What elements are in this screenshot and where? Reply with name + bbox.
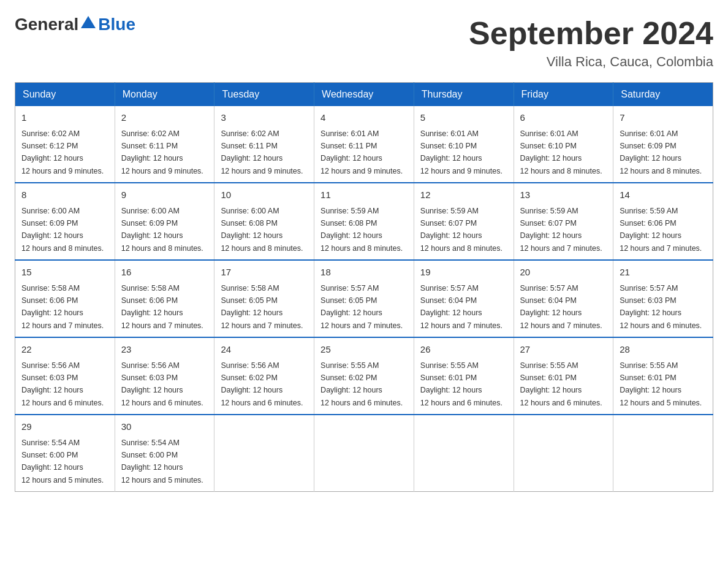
calendar-cell: 26 Sunrise: 5:55 AMSunset: 6:01 PMDaylig…	[414, 337, 514, 415]
day-info: Sunrise: 5:59 AMSunset: 6:07 PMDaylight:…	[420, 207, 502, 253]
calendar-subtitle: Villa Rica, Cauca, Colombia	[469, 54, 713, 70]
day-number: 24	[221, 343, 308, 357]
page-header: General Blue September 2024 Villa Rica, …	[15, 15, 713, 70]
column-header-tuesday: Tuesday	[214, 83, 314, 107]
day-info: Sunrise: 5:58 AMSunset: 6:06 PMDaylight:…	[21, 284, 104, 330]
week-row-4: 22 Sunrise: 5:56 AMSunset: 6:03 PMDaylig…	[15, 337, 713, 415]
day-number: 25	[320, 343, 408, 357]
day-info: Sunrise: 5:57 AMSunset: 6:04 PMDaylight:…	[420, 284, 502, 330]
logo-blue-text: Blue	[98, 15, 135, 34]
day-number: 26	[420, 343, 507, 357]
calendar-cell: 12 Sunrise: 5:59 AMSunset: 6:07 PMDaylig…	[414, 183, 514, 260]
calendar-cell: 17 Sunrise: 5:58 AMSunset: 6:05 PMDaylig…	[214, 260, 314, 337]
day-number: 20	[520, 266, 607, 280]
day-number: 2	[121, 111, 208, 125]
day-info: Sunrise: 5:55 AMSunset: 6:01 PMDaylight:…	[620, 361, 702, 407]
calendar-cell: 14 Sunrise: 5:59 AMSunset: 6:06 PMDaylig…	[613, 183, 713, 260]
day-number: 12	[420, 188, 507, 202]
calendar-cell: 25 Sunrise: 5:55 AMSunset: 6:02 PMDaylig…	[314, 337, 414, 415]
calendar-table: SundayMondayTuesdayWednesdayThursdayFrid…	[15, 82, 713, 492]
day-number: 4	[320, 111, 408, 125]
day-info: Sunrise: 5:55 AMSunset: 6:01 PMDaylight:…	[520, 361, 602, 407]
calendar-cell: 27 Sunrise: 5:55 AMSunset: 6:01 PMDaylig…	[514, 337, 613, 415]
calendar-cell: 15 Sunrise: 5:58 AMSunset: 6:06 PMDaylig…	[15, 260, 115, 337]
calendar-cell: 13 Sunrise: 5:59 AMSunset: 6:07 PMDaylig…	[514, 183, 613, 260]
day-info: Sunrise: 5:55 AMSunset: 6:01 PMDaylight:…	[420, 361, 502, 407]
day-number: 9	[121, 188, 208, 202]
day-info: Sunrise: 6:00 AMSunset: 6:09 PMDaylight:…	[121, 207, 203, 253]
calendar-cell: 23 Sunrise: 5:56 AMSunset: 6:03 PMDaylig…	[115, 337, 214, 415]
day-info: Sunrise: 6:02 AMSunset: 6:11 PMDaylight:…	[121, 129, 203, 175]
day-number: 29	[21, 420, 108, 434]
logo: General Blue	[15, 15, 135, 34]
day-number: 27	[520, 343, 607, 357]
week-row-3: 15 Sunrise: 5:58 AMSunset: 6:06 PMDaylig…	[15, 260, 713, 337]
day-info: Sunrise: 6:01 AMSunset: 6:10 PMDaylight:…	[420, 129, 502, 175]
calendar-cell: 6 Sunrise: 6:01 AMSunset: 6:10 PMDayligh…	[514, 106, 613, 183]
day-info: Sunrise: 5:59 AMSunset: 6:07 PMDaylight:…	[520, 207, 602, 253]
day-info: Sunrise: 5:57 AMSunset: 6:04 PMDaylight:…	[520, 284, 602, 330]
day-number: 1	[21, 111, 108, 125]
day-number: 16	[121, 266, 208, 280]
calendar-cell: 10 Sunrise: 6:00 AMSunset: 6:08 PMDaylig…	[214, 183, 314, 260]
day-number: 19	[420, 266, 507, 280]
calendar-cell	[214, 415, 314, 492]
day-info: Sunrise: 5:54 AMSunset: 6:00 PMDaylight:…	[121, 439, 203, 484]
calendar-cell: 11 Sunrise: 5:59 AMSunset: 6:08 PMDaylig…	[314, 183, 414, 260]
title-section: September 2024 Villa Rica, Cauca, Colomb…	[469, 15, 713, 70]
week-row-1: 1 Sunrise: 6:02 AMSunset: 6:12 PMDayligh…	[15, 106, 713, 183]
day-info: Sunrise: 6:01 AMSunset: 6:11 PMDaylight:…	[320, 129, 403, 175]
column-header-monday: Monday	[115, 83, 214, 107]
header-row: SundayMondayTuesdayWednesdayThursdayFrid…	[15, 83, 713, 107]
day-number: 8	[21, 188, 108, 202]
day-info: Sunrise: 5:59 AMSunset: 6:06 PMDaylight:…	[620, 207, 702, 253]
calendar-cell: 22 Sunrise: 5:56 AMSunset: 6:03 PMDaylig…	[15, 337, 115, 415]
calendar-cell: 3 Sunrise: 6:02 AMSunset: 6:11 PMDayligh…	[214, 106, 314, 183]
day-number: 5	[420, 111, 507, 125]
day-info: Sunrise: 5:56 AMSunset: 6:03 PMDaylight:…	[121, 361, 203, 407]
calendar-cell: 24 Sunrise: 5:56 AMSunset: 6:02 PMDaylig…	[214, 337, 314, 415]
day-number: 7	[620, 111, 707, 125]
calendar-cell	[613, 415, 713, 492]
calendar-cell	[414, 415, 514, 492]
calendar-cell: 8 Sunrise: 6:00 AMSunset: 6:09 PMDayligh…	[15, 183, 115, 260]
day-number: 3	[221, 111, 308, 125]
day-info: Sunrise: 5:54 AMSunset: 6:00 PMDaylight:…	[21, 439, 104, 484]
column-header-saturday: Saturday	[613, 83, 713, 107]
column-header-friday: Friday	[514, 83, 613, 107]
calendar-cell	[314, 415, 414, 492]
day-info: Sunrise: 5:58 AMSunset: 6:05 PMDaylight:…	[221, 284, 303, 330]
calendar-cell: 18 Sunrise: 5:57 AMSunset: 6:05 PMDaylig…	[314, 260, 414, 337]
day-info: Sunrise: 5:56 AMSunset: 6:02 PMDaylight:…	[221, 361, 303, 407]
calendar-cell: 5 Sunrise: 6:01 AMSunset: 6:10 PMDayligh…	[414, 106, 514, 183]
calendar-cell: 9 Sunrise: 6:00 AMSunset: 6:09 PMDayligh…	[115, 183, 214, 260]
day-info: Sunrise: 5:56 AMSunset: 6:03 PMDaylight:…	[21, 361, 104, 407]
calendar-cell: 28 Sunrise: 5:55 AMSunset: 6:01 PMDaylig…	[613, 337, 713, 415]
week-row-5: 29 Sunrise: 5:54 AMSunset: 6:00 PMDaylig…	[15, 415, 713, 492]
calendar-cell: 30 Sunrise: 5:54 AMSunset: 6:00 PMDaylig…	[115, 415, 214, 492]
column-header-wednesday: Wednesday	[314, 83, 414, 107]
calendar-cell: 21 Sunrise: 5:57 AMSunset: 6:03 PMDaylig…	[613, 260, 713, 337]
day-number: 11	[320, 188, 408, 202]
calendar-cell: 16 Sunrise: 5:58 AMSunset: 6:06 PMDaylig…	[115, 260, 214, 337]
column-header-sunday: Sunday	[15, 83, 115, 107]
calendar-cell: 1 Sunrise: 6:02 AMSunset: 6:12 PMDayligh…	[15, 106, 115, 183]
day-info: Sunrise: 6:00 AMSunset: 6:09 PMDaylight:…	[21, 207, 104, 253]
day-info: Sunrise: 5:58 AMSunset: 6:06 PMDaylight:…	[121, 284, 203, 330]
day-number: 14	[620, 188, 707, 202]
day-info: Sunrise: 5:57 AMSunset: 6:05 PMDaylight:…	[320, 284, 403, 330]
calendar-cell: 4 Sunrise: 6:01 AMSunset: 6:11 PMDayligh…	[314, 106, 414, 183]
day-number: 30	[121, 420, 208, 434]
day-number: 22	[21, 343, 108, 357]
day-info: Sunrise: 5:59 AMSunset: 6:08 PMDaylight:…	[320, 207, 403, 253]
day-number: 17	[221, 266, 308, 280]
day-info: Sunrise: 6:01 AMSunset: 6:10 PMDaylight:…	[520, 129, 602, 175]
day-number: 28	[620, 343, 707, 357]
day-info: Sunrise: 5:57 AMSunset: 6:03 PMDaylight:…	[620, 284, 702, 330]
day-number: 10	[221, 188, 308, 202]
day-number: 13	[520, 188, 607, 202]
calendar-cell: 19 Sunrise: 5:57 AMSunset: 6:04 PMDaylig…	[414, 260, 514, 337]
logo-triangle-icon	[81, 16, 96, 28]
day-number: 6	[520, 111, 607, 125]
day-info: Sunrise: 6:00 AMSunset: 6:08 PMDaylight:…	[221, 207, 303, 253]
